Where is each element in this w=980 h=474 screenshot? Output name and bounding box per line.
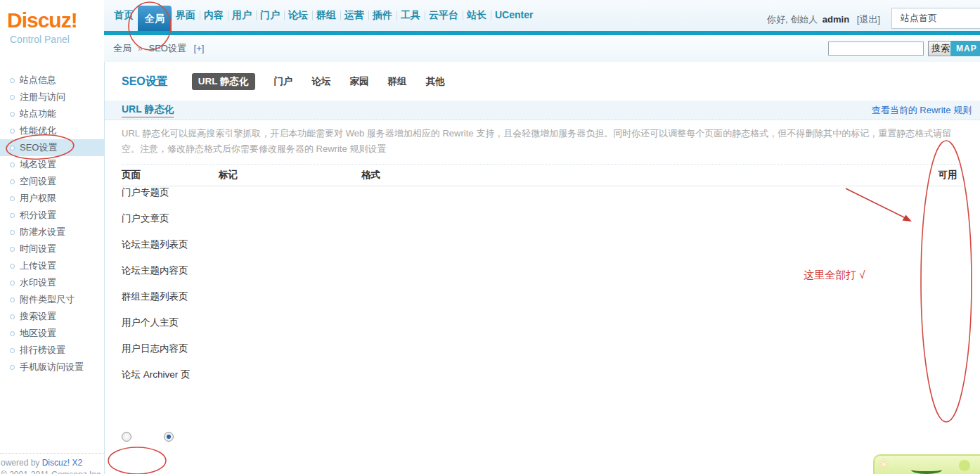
flower-icon: ❀ (879, 457, 889, 472)
header-available: 可用 (932, 169, 963, 181)
username: admin (823, 14, 849, 25)
section-description: URL 静态化可以提高搜索引擎抓取，开启本功能需要对 Web 服务器增加相应的 … (122, 126, 963, 165)
copyright: © 2001-2011 Comsenz Inc. (1, 470, 104, 474)
sidebar-item[interactable]: 积分设置 (0, 207, 104, 224)
breadcrumb-bar: 全局 » SEO设置 [+] 搜索 MAP (104, 35, 980, 62)
sidebar-item[interactable]: 排行榜设置 (0, 342, 104, 359)
tab[interactable]: 其他 (426, 75, 445, 88)
nav-item[interactable]: 插件 (368, 0, 396, 31)
im-notification-popup[interactable]: ❀ (873, 454, 980, 474)
breadcrumb-separator: » (138, 43, 143, 53)
tab[interactable]: 论坛 (312, 75, 331, 88)
url-table-body: 门户专题页{name}✓门户文章页{id}, {page}✓论坛主题列表页{fi… (122, 186, 963, 395)
admin-search-input[interactable] (828, 41, 924, 56)
radio-icon[interactable] (164, 432, 174, 442)
sidebar-item[interactable]: 性能优化 (0, 122, 104, 139)
tab[interactable]: 群组 (388, 75, 407, 88)
sidebar-item[interactable]: 站点信息 (0, 72, 104, 89)
powered-by: owered by Discuz! X2 (1, 458, 104, 468)
breadcrumb: 全局 » SEO设置 [+] (113, 35, 204, 62)
nav-item[interactable]: 门户 (256, 0, 284, 31)
table-row: 门户文章页{id}, {page}✓ (122, 212, 963, 238)
logout-link[interactable]: [退出] (857, 14, 880, 25)
table-row: 用户个人主页{user}, {value}✓ (122, 316, 963, 342)
sidebar-item[interactable]: 上传设置 (0, 257, 104, 274)
radio-icon[interactable] (122, 432, 131, 442)
table-row: 论坛主题内容页{tid}, {page}, {prevpage}✓ (122, 264, 963, 290)
nav-item[interactable]: 论坛 (284, 0, 312, 31)
greeting-text: 你好, 创始人 (767, 14, 818, 25)
nav-item[interactable]: 云平台 (425, 0, 463, 31)
logo-block[interactable]: Discuz! Control Panel (0, 0, 104, 62)
discuz-admin-page: Discuz! Control Panel 首页全局界面内容用户门户论坛群组运营… (0, 0, 980, 474)
tab[interactable]: URL 静态化 (192, 73, 255, 90)
nav-item[interactable]: 内容 (200, 0, 228, 31)
sidebar-item[interactable]: 域名设置 (0, 156, 104, 173)
discuz-logo[interactable]: Discuz! (7, 8, 104, 32)
nav-item[interactable]: 运营 (340, 0, 368, 31)
section-title: URL 静态化 (122, 103, 174, 117)
sidebar-item[interactable]: 水印设置 (0, 274, 104, 291)
sidebar-item[interactable]: 手机版访问设置 (0, 359, 104, 376)
breadcrumb-current[interactable]: SEO设置 (148, 43, 186, 53)
popup-decoration (911, 466, 942, 474)
header-format: 格式 (361, 169, 657, 181)
nav-item[interactable]: UCenter (491, 0, 537, 31)
header: Discuz! Control Panel 首页全局界面内容用户门户论坛群组运营… (0, 0, 980, 63)
nav-item[interactable]: 工具 (396, 0, 425, 31)
tab[interactable]: 门户 (274, 75, 293, 88)
nav-item[interactable]: 站长 (463, 0, 491, 31)
main-content: SEO设置 URL 静态化门户论坛家园群组其他 URL 静态化 查看当前的 Re… (105, 62, 980, 474)
sidebar: 站点信息注册与访问站点功能性能优化SEO设置域名设置空间设置用户权限积分设置防灌… (0, 62, 105, 474)
sidebar-menu: 站点信息注册与访问站点功能性能优化SEO设置域名设置空间设置用户权限积分设置防灌… (0, 72, 104, 376)
sidebar-item[interactable]: 地区设置 (0, 325, 104, 342)
seo-tabs: URL 静态化门户论坛家园群组其他 (192, 73, 445, 90)
header-page: 页面 (122, 169, 219, 181)
section-header: URL 静态化 查看当前的 Rewrite 规则 (105, 101, 980, 120)
title-row: SEO设置 URL 静态化门户论坛家园群组其他 (122, 73, 980, 90)
table-row: 门户专题页{name}✓ (122, 186, 963, 212)
sidebar-item[interactable]: SEO设置 (0, 139, 104, 156)
breadcrumb-root[interactable]: 全局 (113, 43, 131, 53)
tab[interactable]: 家园 (350, 75, 369, 88)
site-home-button[interactable]: 站点首页 (891, 8, 980, 29)
sidebar-item[interactable]: 防灌水设置 (0, 224, 104, 241)
view-rewrite-rules-link[interactable]: 查看当前的 Rewrite 规则 (872, 104, 972, 117)
table-row: 群组主题列表页{fid}, {page}✓ (122, 290, 963, 316)
header-tag: 标记 (219, 169, 361, 181)
page-title: SEO设置 (122, 75, 168, 89)
sidebar-item[interactable]: 时间设置 (0, 241, 104, 257)
discuz-footer-link[interactable]: Discuz! X2 (42, 458, 82, 468)
sidebar-item[interactable]: 搜索设置 (0, 308, 104, 325)
nav-item[interactable]: 界面 (172, 0, 200, 31)
table-row: 论坛 Archiver 页{action}, {value}✓ (122, 369, 963, 395)
sidebar-footer: owered by Discuz! X2 © 2001-2011 Comsenz… (0, 453, 104, 474)
search-button[interactable]: 搜索 (928, 41, 953, 56)
popup-dot-decoration (959, 460, 970, 471)
nav-item[interactable]: 全局 (138, 6, 172, 31)
table-header-row: 页面 标记 格式 可用 (122, 165, 963, 186)
sidebar-item[interactable]: 注册与访问 (0, 89, 104, 105)
table-row: 用户日志内容页{uid}, {blogid}✓ (122, 342, 963, 369)
sidebar-item[interactable]: 用户权限 (0, 190, 104, 207)
nav-item[interactable]: 用户 (228, 0, 256, 31)
url-format-table: 页面 标记 格式 可用 门户专题页{name}✓门户文章页{id}, {page… (122, 165, 963, 395)
user-greeting: 你好, 创始人 admin [退出] (767, 13, 880, 26)
logo-subtitle: Control Panel (10, 34, 104, 45)
breadcrumb-expand-button[interactable]: [+] (194, 43, 205, 53)
sidebar-item[interactable]: 附件类型尺寸 (0, 291, 104, 308)
nav-item[interactable]: 群组 (312, 0, 340, 31)
nav-item[interactable]: 首页 (110, 0, 138, 31)
table-row: 论坛主题列表页{fid}, {page}✓ (122, 238, 963, 264)
page-label: 论坛 Archiver 页 (122, 369, 980, 474)
map-button[interactable]: MAP (950, 41, 980, 56)
sidebar-item[interactable]: 站点功能 (0, 105, 104, 122)
sidebar-item[interactable]: 空间设置 (0, 173, 104, 190)
